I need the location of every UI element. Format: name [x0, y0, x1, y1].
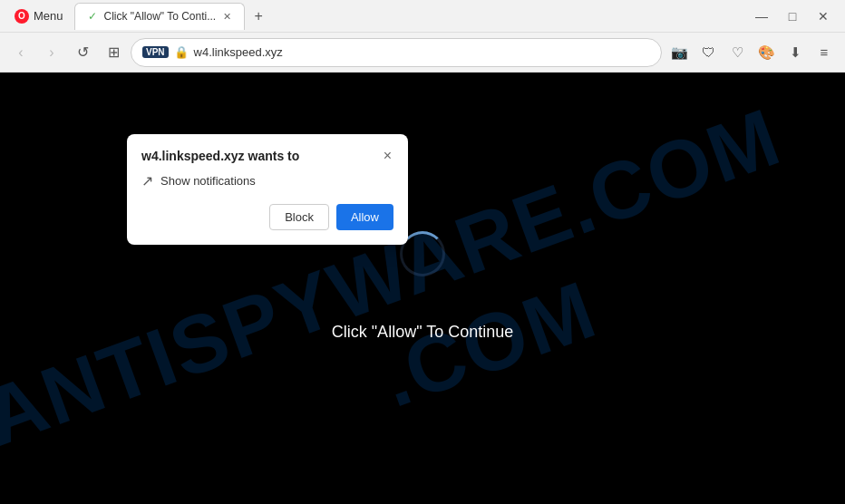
- grid-icon: ⊞: [108, 44, 120, 61]
- popup-actions: Block Allow: [141, 204, 393, 230]
- tab-title: Click "Allow" To Conti...: [104, 10, 217, 23]
- notification-icon: ↗: [141, 172, 153, 189]
- tabs-bar: ✓ Click "Allow" To Conti... ✕ +: [74, 3, 743, 30]
- popup-header: w4.linkspeed.xyz wants to ×: [141, 149, 393, 163]
- shield-icon: 🛡: [702, 44, 715, 60]
- browser-menu-button[interactable]: ≡: [811, 39, 838, 66]
- title-bar: O Menu ✓ Click "Allow" To Conti... ✕ + —…: [0, 0, 845, 33]
- camera-button[interactable]: 📷: [665, 39, 693, 66]
- menu-label: Menu: [34, 9, 63, 23]
- download-icon: ⬇: [790, 44, 801, 61]
- reload-icon: ↺: [77, 44, 89, 61]
- menu-button[interactable]: O Menu: [7, 5, 71, 27]
- grid-button[interactable]: ⊞: [100, 39, 127, 66]
- nav-bar: ‹ › ↺ ⊞ VPN 🔒 w4.linkspeed.xyz 📷 🛡 ♡: [0, 33, 845, 73]
- browser-window: O Menu ✓ Click "Allow" To Conti... ✕ + —…: [0, 0, 845, 504]
- back-icon: ‹: [18, 44, 23, 61]
- camera-icon: 📷: [671, 44, 688, 61]
- popup-close-button[interactable]: ×: [382, 149, 393, 163]
- address-text: w4.linkspeed.xyz: [194, 45, 650, 59]
- secure-icon: 🔒: [174, 45, 189, 59]
- watermark: MYANTISPYWARE.COM .COM: [0, 73, 845, 504]
- block-button[interactable]: Block: [269, 204, 329, 230]
- allow-button[interactable]: Allow: [336, 204, 393, 230]
- content-area: MYANTISPYWARE.COM .COM Click "Allow" To …: [0, 73, 845, 504]
- popup-permission: ↗ Show notifications: [141, 172, 393, 189]
- reload-button[interactable]: ↺: [69, 39, 96, 66]
- tab-close-button[interactable]: ✕: [221, 11, 233, 23]
- nav-actions: 📷 🛡 ♡ 🎨 ⬇ ≡: [665, 39, 838, 66]
- palette-button[interactable]: 🎨: [753, 39, 780, 66]
- window-maximize-button[interactable]: □: [778, 3, 807, 30]
- heart-icon: ♡: [732, 44, 743, 61]
- notification-popup: w4.linkspeed.xyz wants to × ↗ Show notif…: [127, 134, 408, 245]
- back-button[interactable]: ‹: [7, 39, 34, 66]
- shield-button[interactable]: 🛡: [694, 39, 722, 66]
- continue-text: Click "Allow" To Continue: [332, 323, 514, 342]
- new-tab-button[interactable]: +: [247, 5, 270, 28]
- tab-1[interactable]: ✓ Click "Allow" To Conti... ✕: [74, 3, 246, 30]
- window-close-button[interactable]: ✕: [809, 3, 838, 30]
- window-minimize-button[interactable]: —: [747, 3, 776, 30]
- heart-button[interactable]: ♡: [724, 39, 751, 66]
- vpn-badge: VPN: [142, 46, 169, 58]
- address-bar[interactable]: VPN 🔒 w4.linkspeed.xyz: [131, 38, 662, 67]
- popup-title: w4.linkspeed.xyz wants to: [141, 149, 299, 163]
- window-controls: — □ ✕: [747, 3, 838, 30]
- check-icon: ✓: [88, 10, 97, 23]
- palette-icon: 🎨: [758, 44, 775, 61]
- forward-icon: ›: [49, 44, 53, 61]
- hamburger-icon: ≡: [821, 44, 829, 60]
- tab-favicon: ✓: [86, 10, 99, 23]
- forward-button[interactable]: ›: [38, 39, 65, 66]
- opera-icon: O: [15, 9, 29, 24]
- download-button[interactable]: ⬇: [782, 39, 809, 66]
- permission-text: Show notifications: [160, 174, 256, 188]
